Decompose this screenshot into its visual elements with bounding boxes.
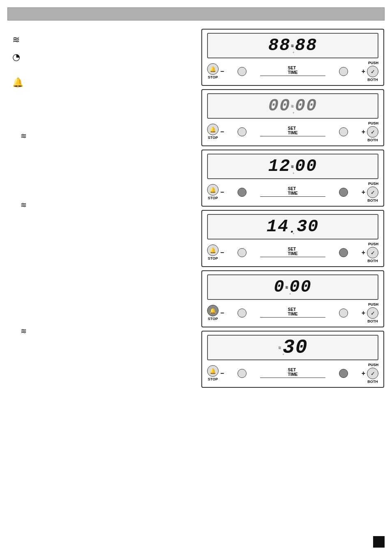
display-screen-5: 0 ≋ 00 °: [207, 274, 378, 300]
display-digits-5: 0 ≋ 00: [274, 277, 311, 297]
stop-group-1: 🔔 STOP: [207, 63, 219, 79]
digit-left-4: 14: [267, 217, 289, 237]
steam-icon-3: ≋: [21, 201, 27, 209]
minus-btn-6[interactable]: [238, 369, 247, 378]
steam-sep-2: ≋: [291, 104, 295, 109]
panel-4: 14 . 30 ° 🔔 STOP − SETTIME: [201, 210, 384, 267]
minus-label-6: −: [220, 370, 224, 377]
stop-group-2: 🔔 STOP: [207, 124, 219, 140]
panel-6: ≋ 30 ° 🔔 STOP − SETTIME: [201, 331, 384, 388]
display-screen-2: 00 ≋ 00 °: [207, 93, 378, 119]
both-label-6: BOTH: [367, 380, 378, 384]
plus-label-4: +: [362, 249, 365, 256]
both-button-6[interactable]: ✓: [367, 368, 378, 379]
steam-sep-5: ≋: [286, 285, 289, 290]
both-group-1: ✓ BOTH: [367, 66, 378, 82]
plus-btn-4[interactable]: [339, 248, 348, 257]
plus-btn-1[interactable]: [339, 67, 348, 76]
bell-icon-1: 🔔: [12, 76, 189, 90]
both-label-4: BOTH: [367, 259, 378, 263]
both-button-4[interactable]: ✓: [367, 247, 378, 258]
digit-left-5: 0: [274, 277, 285, 297]
plus-label-5: +: [362, 309, 365, 317]
minus-label-3: −: [220, 189, 224, 196]
header-bar: [7, 7, 385, 21]
steam-icon-1: ≋: [12, 35, 20, 45]
panel-3: 12 ≋ 00 ° 🔔 STOP − SETTIME: [201, 150, 384, 207]
steam-icon-4: ≋: [21, 327, 27, 335]
steam-sep-3: ≋: [291, 164, 295, 169]
stop-button-2[interactable]: 🔔: [207, 124, 219, 135]
minus-btn-1[interactable]: [238, 67, 247, 76]
minus-btn-3[interactable]: [238, 188, 247, 197]
stop-label-1: STOP: [208, 75, 218, 79]
both-group-3: ✓ BOTH: [367, 187, 378, 203]
stop-label-4: STOP: [208, 256, 218, 260]
both-group-6: ✓ BOTH: [367, 368, 378, 384]
display-screen-3: 12 ≋ 00 °: [207, 154, 378, 179]
minus-btn-4[interactable]: [238, 248, 247, 257]
plus-label-1: +: [362, 68, 365, 75]
both-button-3[interactable]: ✓: [367, 187, 378, 198]
stop-label-2: STOP: [208, 136, 218, 140]
control-row-3: 🔔 STOP − SETTIME + PUSH: [207, 182, 378, 203]
digit-right-1: 88: [295, 36, 317, 55]
stop-button-6[interactable]: 🔔: [207, 365, 219, 377]
stop-group-6: 🔔 STOP: [207, 365, 219, 381]
stop-label-6: STOP: [208, 377, 218, 381]
minus-btn-2[interactable]: [238, 127, 247, 136]
minus-label-5: −: [220, 309, 224, 317]
digit-left-3: 12: [268, 157, 291, 176]
minus-label-2: −: [220, 128, 224, 136]
minus-label-4: −: [220, 249, 224, 256]
display-screen-6: ≋ 30 °: [207, 335, 378, 360]
both-group-4: ✓ BOTH: [367, 247, 378, 263]
stop-label-5: STOP: [208, 317, 218, 321]
digit-right-2: 00: [295, 96, 317, 116]
plus-btn-2[interactable]: [339, 127, 348, 136]
right-column: 88 ≋ 88 ° 🔔 STOP − SETTIME: [201, 29, 384, 388]
stop-button-1[interactable]: 🔔: [207, 63, 219, 75]
display-screen-1: 88 ≋ 88 °: [207, 33, 378, 58]
stop-group-3: 🔔 STOP: [207, 184, 219, 200]
digit-left-1: 88: [268, 36, 291, 55]
both-button-2[interactable]: ✓: [367, 126, 378, 138]
plus-btn-6[interactable]: [339, 369, 348, 378]
stop-button-4[interactable]: 🔔: [207, 244, 219, 256]
left-column: ≋ ◔ 🔔 ≋ ≋ ≋: [12, 29, 189, 337]
both-label-3: BOTH: [367, 198, 378, 203]
plus-label-6: +: [362, 370, 365, 377]
panel-5: 0 ≋ 00 ° 🔔 STOP − SETTIME: [201, 270, 384, 327]
plus-btn-3[interactable]: [339, 188, 348, 197]
stop-button-3[interactable]: 🔔: [207, 184, 219, 196]
both-label-2: BOTH: [367, 138, 378, 142]
stop-button-5[interactable]: 🔔: [207, 305, 219, 316]
display-screen-4: 14 . 30 °: [207, 214, 378, 240]
panel-1: 88 ≋ 88 ° 🔔 STOP − SETTIME: [201, 29, 384, 86]
steam-sep-6: ≋: [278, 345, 282, 350]
both-group-5: ✓ BOTH: [367, 307, 378, 323]
page-number-box: [373, 536, 385, 548]
plus-label-3: +: [362, 189, 365, 196]
plus-btn-5[interactable]: [339, 309, 348, 318]
control-row-4: 🔔 STOP − SETTIME + PUSH: [207, 242, 378, 263]
display-digits-6: ≋ 30: [277, 336, 308, 359]
steam-sep-1: ≋: [291, 43, 295, 48]
minus-label-1: −: [220, 68, 224, 75]
both-button-5[interactable]: ✓: [367, 307, 378, 319]
control-row-1: 🔔 STOP − SETTIME + PUSH: [207, 61, 378, 82]
stop-label-3: STOP: [208, 196, 218, 200]
digit-right-3: 00: [295, 157, 317, 176]
both-group-2: ✓ BOTH: [367, 126, 378, 142]
both-label-1: BOTH: [367, 78, 378, 82]
panel-2: 00 ≋ 00 ° 🔔 STOP − SETTIME: [201, 89, 384, 146]
digit-left-2: 00: [268, 96, 291, 116]
minus-btn-5[interactable]: [238, 309, 247, 318]
both-button-1[interactable]: ✓: [367, 66, 378, 77]
digit-right-6: 30: [283, 336, 308, 359]
steam-icon-2: ≋: [21, 132, 27, 140]
both-label-5: BOTH: [367, 319, 378, 323]
stop-group-5: 🔔 STOP: [207, 305, 219, 321]
control-row-2: 🔔 STOP − SETTIME + PUSH: [207, 121, 378, 142]
control-row-5: 🔔 STOP − SETTIME + PUSH: [207, 302, 378, 323]
